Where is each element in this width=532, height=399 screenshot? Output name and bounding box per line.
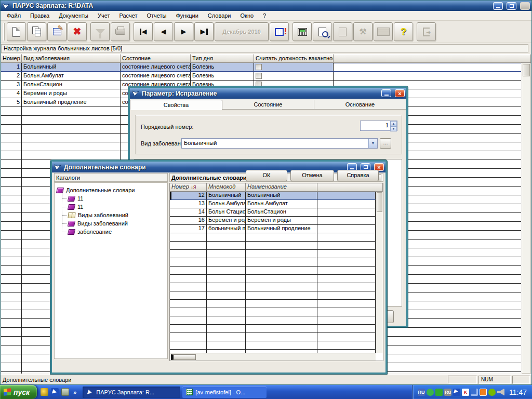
menu-item[interactable]: Функции xyxy=(171,11,203,20)
help-button[interactable]: Справка xyxy=(337,170,379,181)
chevron-down-icon[interactable]: ▼ xyxy=(368,139,377,148)
tree-root[interactable]: Дополнительные словари xyxy=(57,186,167,194)
disease-type-value[interactable]: Больничный xyxy=(182,139,368,148)
delete-record-button[interactable]: ✖ xyxy=(68,22,87,41)
calculator-icon xyxy=(298,28,307,36)
menu-item[interactable]: Расчет xyxy=(114,11,142,20)
close-icon[interactable]: × xyxy=(395,89,405,97)
language-indicator[interactable]: RU xyxy=(418,389,425,396)
order-number-spinner[interactable]: 1 ▲ ▼ xyxy=(360,121,397,131)
help-button[interactable]: ? xyxy=(394,22,413,41)
tray-mail-icon[interactable] xyxy=(480,389,487,396)
dictionary-row[interactable]: 17 больничный продление Больничный продл… xyxy=(170,225,376,233)
copy-record-button[interactable] xyxy=(27,22,46,41)
start-button[interactable]: пуск xyxy=(0,385,37,399)
menu-item[interactable]: Файл xyxy=(2,11,25,20)
antivirus-icon[interactable]: K xyxy=(462,389,469,396)
journal-row[interactable]: 1 Больничный состояние лицевого счета Бо… xyxy=(1,63,521,72)
parus-quick-launch-icon[interactable] xyxy=(51,388,59,396)
tree-item[interactable]: заболевание xyxy=(57,228,167,236)
tray-agent-icon[interactable] xyxy=(427,389,434,396)
tray-plug-icon[interactable] xyxy=(435,389,443,396)
column-header-name[interactable]: Наименование xyxy=(246,183,317,192)
menu-item[interactable]: ? xyxy=(258,11,271,20)
minimize-button[interactable] xyxy=(381,89,391,97)
dictionary-row[interactable]: 13 Больн.Амбулат Больн.Амбулат xyxy=(170,200,376,208)
column-header-disease[interactable]: Вид заболевания xyxy=(22,54,121,63)
scrollbar-thumb[interactable] xyxy=(377,192,382,212)
journal-vertical-scrollbar[interactable] xyxy=(522,63,531,374)
quick-launch-icon-3[interactable] xyxy=(61,388,69,396)
prev-record-icon: ◀ xyxy=(161,29,166,35)
tab[interactable]: Основание xyxy=(314,100,406,110)
vacant-checkbox[interactable] xyxy=(256,64,262,70)
menu-item[interactable]: Учет xyxy=(93,11,115,20)
prev-record-button[interactable]: ◀ xyxy=(154,22,173,41)
calculator-button[interactable] xyxy=(292,22,312,41)
display-driver-icon[interactable] xyxy=(488,389,496,396)
spreadsheet-icon xyxy=(186,389,193,395)
column-header-number[interactable]: Номер ↓я xyxy=(170,183,207,192)
dictionary-empty-row xyxy=(170,291,376,300)
taskbar-task-calc[interactable]: [av-mefistofel] - O... xyxy=(182,387,267,398)
dictionaries-window: Дополнительные словари × Каталоги Дополн… xyxy=(50,160,387,374)
scrollbar-thumb[interactable] xyxy=(523,64,530,76)
column-header-vacant[interactable]: Считать должность вакантной xyxy=(254,54,334,63)
ok-button[interactable]: ОК xyxy=(246,170,287,181)
dictionary-empty-row xyxy=(170,233,376,242)
search-button[interactable] xyxy=(313,22,332,41)
menu-item[interactable]: Окно xyxy=(236,11,259,20)
new-record-button[interactable] xyxy=(7,22,26,41)
period-calendar-button[interactable] xyxy=(270,22,289,41)
first-record-button[interactable]: ◀ xyxy=(134,22,153,41)
dict-vertical-scrollbar[interactable] xyxy=(376,192,383,353)
restore-button[interactable] xyxy=(507,2,516,10)
cancel-button[interactable]: Отмена xyxy=(290,170,334,181)
dict-horizontal-scrollbar[interactable] xyxy=(170,353,376,361)
tab[interactable]: Свойства xyxy=(130,100,222,110)
minimize-button[interactable] xyxy=(493,2,503,10)
volume-icon[interactable] xyxy=(497,389,504,396)
menu-item[interactable]: Словари xyxy=(203,11,236,20)
next-record-button[interactable]: ▶ xyxy=(174,22,193,41)
dictionary-empty-row xyxy=(170,325,376,333)
column-header-daytype[interactable]: Тип дня xyxy=(191,54,254,63)
book-icon xyxy=(68,229,75,235)
sort-asc-icon: ↓я xyxy=(191,184,196,190)
taskbar-task-parus[interactable]: ПАРУС Зарплата: R... xyxy=(83,387,180,398)
dict-button-row: ОК Отмена Справка xyxy=(246,170,379,181)
menu-item[interactable]: Отчеты xyxy=(142,11,171,20)
tab[interactable]: Состояние xyxy=(222,100,314,110)
tree-item[interactable]: 11 xyxy=(57,194,167,203)
chevron-more-icon[interactable]: » xyxy=(72,389,78,395)
column-header-number[interactable]: Номер xyxy=(1,54,22,63)
scrollbar-thumb[interactable] xyxy=(171,354,196,360)
language-indicator-2[interactable]: Ru xyxy=(444,389,451,396)
column-header-code[interactable]: Мнемокод xyxy=(207,183,246,192)
windows-flag-icon xyxy=(4,388,11,395)
status-panel xyxy=(448,376,477,384)
menu-item[interactable]: Документы xyxy=(54,11,93,20)
spinner-up-icon[interactable]: ▲ xyxy=(390,121,397,126)
dictionary-row[interactable]: 12 Больничный Больничный xyxy=(170,192,376,200)
journal-row[interactable]: 2 Больн.Амбулат состояние лицевого счета… xyxy=(1,72,521,81)
dictionary-row[interactable]: 16 Беремен и роды Беремен и роды xyxy=(170,217,376,225)
menu-item[interactable]: Правка xyxy=(25,11,54,20)
tree-item[interactable]: Виды заболеваний xyxy=(57,211,167,219)
last-record-button[interactable]: ▶ xyxy=(194,22,214,41)
order-number-value[interactable]: 1 xyxy=(361,121,390,130)
disease-type-combo[interactable]: Больничный ▼ xyxy=(181,138,378,149)
tray-parus-icon[interactable] xyxy=(453,389,460,396)
quick-launch-icon-1[interactable] xyxy=(41,388,48,396)
tree-item[interactable]: 11 xyxy=(57,203,167,211)
dictionary-lookup-button[interactable]: ... xyxy=(380,138,391,149)
tree-item[interactable]: Виды заболеваний xyxy=(57,219,167,228)
taskbar-clock[interactable]: 11:47 xyxy=(509,388,527,396)
column-header-state[interactable]: Состояние xyxy=(121,54,191,63)
spinner-down-icon[interactable]: ▼ xyxy=(390,126,397,131)
dictionary-row[interactable]: 14 Больн Стацион БольнСтацион xyxy=(170,208,376,217)
order-number-label: Порядковый номер: xyxy=(141,124,193,130)
edit-record-button[interactable] xyxy=(47,22,66,41)
network-icon[interactable] xyxy=(471,389,478,396)
vacant-checkbox[interactable] xyxy=(256,73,262,79)
